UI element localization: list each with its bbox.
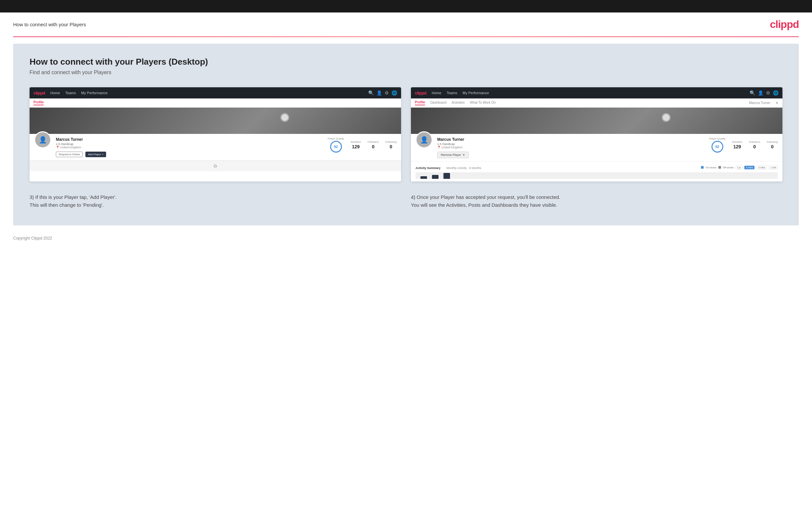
screenshot-2: clippd Home Teams My Performance 🔍 👤 ⚙ 🌐… — [411, 87, 782, 181]
mini-tabs-1: Profile — [30, 99, 401, 108]
followers-stat-2: Followers 0 — [749, 140, 760, 149]
nav-home-2[interactable]: Home — [432, 91, 441, 95]
header-divider — [13, 37, 799, 37]
following-stat-2: Following 0 — [767, 140, 778, 149]
activity-title-group: Activity Summary Monthly Activity · 6 Mo… — [415, 164, 481, 170]
quality-circle-2: 92 — [711, 141, 723, 153]
quality-stat-2: Player Quality 92 — [709, 137, 726, 153]
remove-player-button[interactable]: Remove Player ✕ — [437, 152, 469, 158]
avatar-2: 👤 — [415, 131, 433, 148]
search-icon-1[interactable]: 🔍 — [368, 90, 374, 96]
header-title: How to connect with your Players — [13, 22, 86, 27]
mini-nav-1: clippd Home Teams My Performance 🔍 👤 ⚙ 🌐 — [30, 87, 401, 99]
page-heading: How to connect with your Players (Deskto… — [30, 57, 782, 67]
mini-tabs-2: Profile Dashboard Activities What To Wor… — [411, 99, 782, 108]
following-stat-1: Following 0 — [385, 140, 397, 149]
player-location-2: 📍 United Kingdom — [437, 146, 705, 149]
profile-info-1: Marcus Turner 1-5 Handicap 📍 United King… — [56, 137, 323, 157]
followers-stat-1: Followers 0 — [367, 140, 379, 149]
player-dropdown-2[interactable]: Marcus Turner — [749, 101, 770, 105]
chart-bar-2 — [432, 175, 439, 179]
activity-header: Activity Summary Monthly Activity · 6 Mo… — [415, 164, 778, 170]
activity-controls: On course Off course 1 yr 6 mths 3 mths … — [701, 166, 778, 169]
mini-logo-1: clippd — [34, 91, 45, 96]
player-name-2: Marcus Turner — [437, 137, 705, 142]
offcourse-legend-dot — [718, 166, 721, 169]
time-btn-1yr[interactable]: 1 yr — [735, 166, 743, 169]
header: How to connect with your Players clippd — [0, 12, 812, 37]
add-player-button[interactable]: Add Player + — [86, 152, 106, 157]
player-handicap-2: 1-5 Handicap — [437, 143, 705, 146]
avatar-icon-2: 👤 — [420, 136, 428, 144]
avatar-icon-1: 👤 — [39, 136, 47, 144]
tab-profile-1[interactable]: Profile — [34, 100, 44, 105]
clippd-logo: clippd — [770, 18, 799, 31]
time-btn-3mths[interactable]: 3 mths — [757, 166, 767, 169]
screenshot-bottom-1: ♻ — [30, 161, 401, 171]
time-btn-1mth[interactable]: 1 mth — [769, 166, 778, 169]
chart-bar-3 — [444, 173, 450, 179]
golf-banner-1 — [30, 108, 401, 134]
oncourse-legend-label: On course — [706, 166, 716, 169]
quality-stat-1: Player Quality 92 — [328, 137, 344, 153]
settings-icon-1[interactable]: ⚙ — [385, 90, 389, 96]
user-icon-2[interactable]: 👤 — [758, 90, 763, 96]
settings-icon-2[interactable]: ⚙ — [766, 90, 770, 96]
tab-profile-2[interactable]: Profile — [415, 100, 425, 105]
location-pin-2: 📍 — [437, 146, 441, 149]
mini-logo-2: clippd — [415, 91, 426, 96]
player-location-1: 📍 United Kingdom — [56, 146, 323, 149]
quality-circle-1: 92 — [330, 141, 342, 153]
chevron-down-icon-2[interactable]: ▼ — [775, 101, 778, 105]
main-content: How to connect with your Players (Deskto… — [13, 44, 799, 225]
location-pin-1: 📍 — [56, 146, 59, 149]
profile-stats-1: Player Quality 92 Activities 129 Followe… — [328, 137, 397, 153]
footer: Copyright Clippd 2022 — [0, 232, 812, 244]
link-icon-1: ♻ — [213, 163, 217, 169]
nav-icons-2: 🔍 👤 ⚙ 🌐 — [750, 90, 778, 96]
request-follow-button[interactable]: Request to Follow — [56, 152, 83, 157]
description-left: 3) If this is your Player tap, 'Add Play… — [30, 193, 401, 209]
user-icon-1[interactable]: 👤 — [376, 90, 382, 96]
copyright: Copyright Clippd 2022 — [13, 236, 52, 240]
descriptions-row: 3) If this is your Player tap, 'Add Play… — [30, 193, 782, 209]
chart-bar-1 — [420, 176, 427, 179]
description-text-left: 3) If this is your Player tap, 'Add Play… — [30, 193, 401, 209]
nav-teams-1[interactable]: Teams — [65, 91, 76, 95]
profile-section-2: 👤 Marcus Turner 1-5 Handicap 📍 United Ki… — [411, 134, 782, 161]
player-handicap-1: 1-5 Handicap — [56, 143, 323, 146]
globe-icon-1[interactable]: 🌐 — [392, 90, 397, 96]
search-icon-2[interactable]: 🔍 — [750, 90, 755, 96]
offcourse-legend-label: Off course — [723, 166, 733, 169]
nav-teams-2[interactable]: Teams — [447, 91, 457, 95]
tab-dashboard-2[interactable]: Dashboard — [430, 101, 446, 105]
screenshots-row: clippd Home Teams My Performance 🔍 👤 ⚙ 🌐… — [30, 87, 782, 181]
screenshot-1: clippd Home Teams My Performance 🔍 👤 ⚙ 🌐… — [30, 87, 401, 181]
nav-home-1[interactable]: Home — [50, 91, 60, 95]
golf-banner-2 — [411, 108, 782, 134]
nav-myperformance-1[interactable]: My Performance — [81, 91, 108, 95]
top-bar — [0, 0, 812, 12]
profile-section-1: 👤 Marcus Turner 1-5 Handicap 📍 United Ki… — [30, 134, 401, 161]
player-name-1: Marcus Turner — [56, 137, 323, 142]
btn-row-1: Request to Follow Add Player + — [56, 152, 323, 157]
mini-nav-2: clippd Home Teams My Performance 🔍 👤 ⚙ 🌐 — [411, 87, 782, 99]
profile-info-2: Marcus Turner 1-5 Handicap 📍 United King… — [437, 137, 705, 158]
activity-chart — [415, 172, 778, 179]
description-text-right: 4) Once your Player has accepted your re… — [411, 193, 782, 209]
time-btn-6mths[interactable]: 6 mths — [744, 166, 755, 169]
activities-stat-1: Activities 129 — [351, 140, 361, 149]
tab-activities-2[interactable]: Activities — [452, 101, 464, 105]
globe-icon-2[interactable]: 🌐 — [773, 90, 778, 96]
activities-stat-2: Activities 129 — [732, 140, 742, 149]
oncourse-legend-dot — [701, 166, 704, 169]
nav-myperformance-2[interactable]: My Performance — [462, 91, 489, 95]
avatar-1: 👤 — [34, 131, 51, 148]
activity-summary: Activity Summary Monthly Activity · 6 Mo… — [411, 161, 782, 181]
description-right: 4) Once your Player has accepted your re… — [411, 193, 782, 209]
nav-icons-1: 🔍 👤 ⚙ 🌐 — [368, 90, 397, 96]
close-icon-remove: ✕ — [462, 153, 465, 157]
btn-row-2: Remove Player ✕ — [437, 152, 705, 158]
page-subheading: Find and connect with your Players — [30, 69, 782, 75]
tab-what-to-work-on-2[interactable]: What To Work On — [470, 101, 496, 105]
